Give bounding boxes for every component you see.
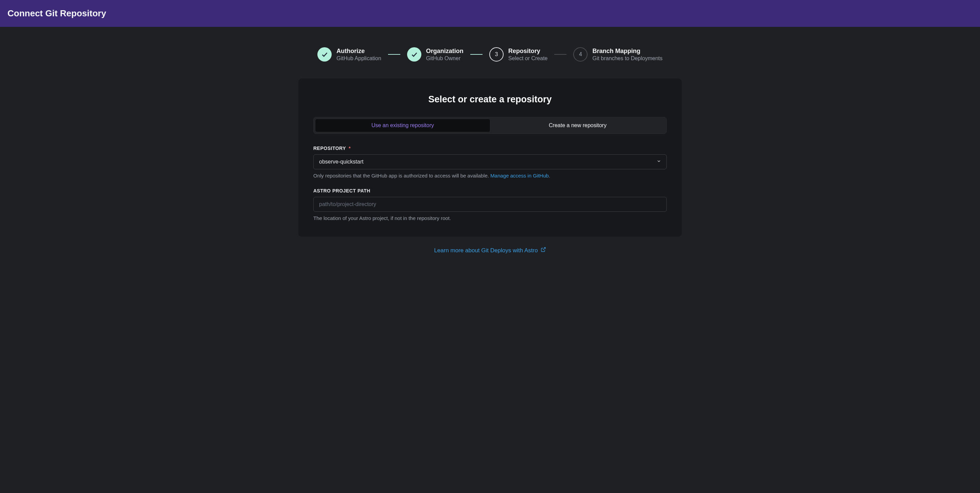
page-header: Connect Git Repository — [0, 0, 980, 27]
footer-link-container: Learn more about Git Deploys with Astro — [0, 237, 980, 268]
tab-group: Use an existing repository Create a new … — [313, 117, 667, 134]
repository-helper: Only repositories that the GitHub app is… — [313, 173, 667, 179]
step-number-icon: 3 — [489, 47, 504, 62]
step-title: Authorize — [336, 48, 381, 55]
project-path-helper: The location of your Astro project, if n… — [313, 215, 667, 221]
stepper-connector — [554, 54, 566, 55]
step-repository: 3 Repository Select or Create — [489, 47, 548, 62]
step-title: Organization — [426, 48, 463, 55]
repository-label: REPOSITORY * — [313, 145, 667, 151]
manage-access-link[interactable]: Manage access in GitHub — [490, 173, 549, 179]
tab-use-existing[interactable]: Use an existing repository — [315, 119, 490, 132]
select-wrapper: observe-quickstart — [313, 154, 667, 169]
step-subtitle: Select or Create — [508, 56, 548, 62]
step-branch-mapping: 4 Branch Mapping Git branches to Deploym… — [573, 47, 662, 62]
card-container: Select or create a repository Use an exi… — [0, 78, 980, 237]
external-link-icon — [541, 247, 546, 254]
project-path-form-group: ASTRO PROJECT PATH The location of your … — [313, 188, 667, 221]
tab-create-new[interactable]: Create a new repository — [490, 119, 665, 132]
learn-more-link[interactable]: Learn more about Git Deploys with Astro — [434, 247, 546, 254]
step-organization: Organization GitHub Owner — [407, 47, 463, 62]
step-title: Branch Mapping — [592, 48, 662, 55]
page-title: Connect Git Repository — [8, 8, 106, 19]
repository-form-group: REPOSITORY * observe-quickstart Only rep… — [313, 145, 667, 179]
repository-select[interactable]: observe-quickstart — [313, 154, 667, 169]
step-number-icon: 4 — [573, 47, 587, 62]
footer-link-text: Learn more about Git Deploys with Astro — [434, 247, 538, 254]
card-heading: Select or create a repository — [313, 94, 667, 105]
step-subtitle: GitHub Application — [336, 56, 381, 62]
project-path-input[interactable] — [313, 197, 667, 212]
check-icon — [407, 47, 422, 62]
svg-line-0 — [542, 247, 545, 250]
helper-suffix: . — [549, 173, 550, 179]
step-text: Organization GitHub Owner — [426, 48, 463, 62]
step-text: Repository Select or Create — [508, 48, 548, 62]
required-indicator: * — [348, 145, 351, 151]
stepper-connector — [470, 54, 482, 55]
step-subtitle: GitHub Owner — [426, 56, 463, 62]
step-subtitle: Git branches to Deployments — [592, 56, 662, 62]
step-title: Repository — [508, 48, 548, 55]
stepper: Authorize GitHub Application Organizatio… — [317, 47, 663, 62]
stepper-container: Authorize GitHub Application Organizatio… — [0, 27, 980, 78]
step-text: Branch Mapping Git branches to Deploymen… — [592, 48, 662, 62]
stepper-connector — [388, 54, 400, 55]
step-number: 4 — [579, 51, 582, 57]
step-authorize: Authorize GitHub Application — [317, 47, 381, 62]
check-icon — [317, 47, 332, 62]
step-number: 3 — [495, 51, 498, 57]
step-text: Authorize GitHub Application — [336, 48, 381, 62]
project-path-label: ASTRO PROJECT PATH — [313, 188, 667, 193]
repository-card: Select or create a repository Use an exi… — [298, 78, 682, 237]
label-text: REPOSITORY — [313, 145, 346, 151]
helper-prefix: Only repositories that the GitHub app is… — [313, 173, 490, 179]
